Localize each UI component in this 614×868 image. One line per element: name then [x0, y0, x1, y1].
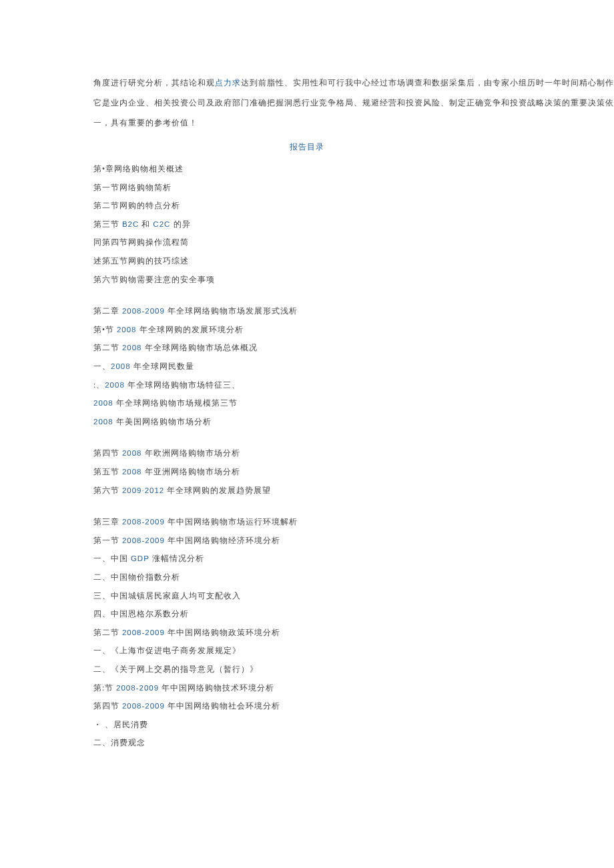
ch2-s6: 第六节 2009·2012 年全球网购的发展趋势展望: [93, 482, 521, 500]
intro-line2: 它是业内企业、相关投资公司及政府部门准确把握洞悉行业竞争格局、规避经营和投资风险…: [93, 99, 614, 107]
ch2-heading: 第二章 2008-2009 年全球网络购物市场发展形式浅析: [93, 302, 521, 321]
ch3-i5: 一、《上海市促进电子商务发展规定》: [93, 642, 521, 661]
ch2-s1: 第•节 2008 年全球网购的发展环境分析: [93, 321, 521, 340]
ch3-i4: 四、中国恩格尔系数分析: [93, 605, 521, 624]
intro-line1b: 点力求: [215, 79, 241, 87]
ch1-s3: 第三节 B2C 和 C2C 的异: [93, 215, 521, 234]
ch1-s5: 述第五节网购的技巧综述: [93, 252, 521, 271]
intro-line1a: 角度进行研究分析，其结论和观: [93, 79, 215, 87]
ch3-i2: 二、中国物价指数分析: [93, 568, 521, 587]
intro-paragraph: 角度进行研究分析，其结论和观点力求达到前脂性、实用性和可行我中心经过市场调查和数…: [93, 73, 521, 133]
ch2-i4: 2008 年美国网络购物市场分析: [93, 413, 521, 432]
ch1-s6: 第六节购物需要注意的安全事项: [93, 271, 521, 290]
ch2-s2: 第二节 2008 年全球网络购物市场总体概况: [93, 339, 521, 358]
ch3-s1: 第一节 2008-2009 年中国网络购物经济环境分析: [93, 532, 521, 550]
ch3-s2: 第二节 2008-2009 年中国网络购物政策环境分析: [93, 624, 521, 642]
ch2-i2: :、2008 年全球网络购物市场特征三、: [93, 376, 521, 395]
report-title: 报告目录: [93, 140, 521, 153]
ch3-i3: 三、中国城镇居民家庭人均可支配收入: [93, 587, 521, 606]
intro-line1c: 达到前脂性、实用性和可行我中心经过市场调查和数据采集后，由专家小组历时一年时间精…: [241, 79, 614, 87]
ch3-i6: 二、《关于网上交易的指导意见（暂行）》: [93, 661, 521, 679]
ch1-s4: 同第四节网购操作流程简: [93, 234, 521, 252]
ch2-i3: 2008 年全球网络购物市场规模第三节: [93, 394, 521, 413]
ch3-s4: 第四节 2008-2009 年中国网络购物社会环境分析: [93, 697, 521, 716]
ch3-i7: ・ 、居民消费: [93, 716, 521, 735]
ch1-heading: 第•章网络购物相关概述: [93, 160, 521, 179]
ch1-s1: 第一节网络购物简析: [93, 179, 521, 197]
ch3-heading: 第三章 2008-2009 年中国网络购物市场运行环境解析: [93, 513, 521, 532]
ch2-s4: 第四节 2008 年欧洲网络购物市场分析: [93, 444, 521, 463]
ch3-i1: 一、中国 GDP 涨幅情况分析: [93, 550, 521, 568]
intro-line3: 一，具有重要的参考价值！: [93, 119, 198, 127]
ch1-s2: 第二节网购的特点分析: [93, 197, 521, 215]
ch3-i8: 二、消费观念: [93, 734, 521, 753]
ch2-s5: 第五节 2008 年亚洲网络购物市场分析: [93, 463, 521, 482]
ch2-i1: 一、2008 年全球网民数量: [93, 358, 521, 376]
ch3-s3: 第:节 2008-2009 年中国网络购物技术环境分析: [93, 679, 521, 698]
